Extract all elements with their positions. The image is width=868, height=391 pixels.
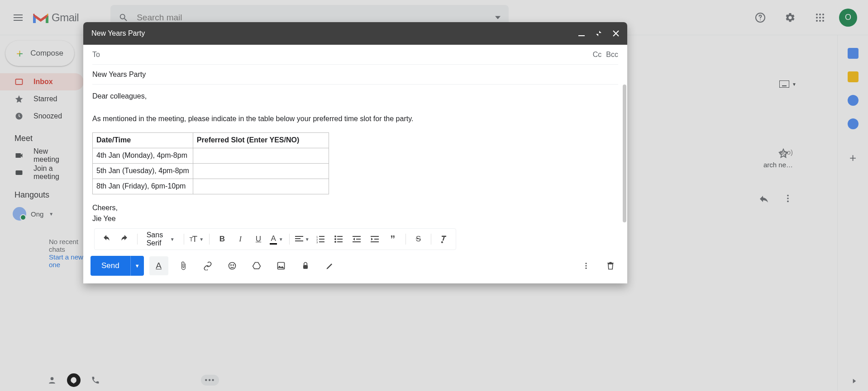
- remove-formatting-button[interactable]: [437, 232, 451, 246]
- caret-down-icon: ▼: [305, 237, 310, 242]
- chat-overflow[interactable]: •••: [201, 375, 219, 386]
- subject-field[interactable]: New Years Party: [92, 65, 618, 85]
- nav-starred[interactable]: Starred: [0, 90, 84, 108]
- hangouts-icon: [70, 377, 77, 384]
- numbered-list-button[interactable]: 123: [313, 232, 328, 246]
- font-size-button[interactable]: TT▼: [189, 232, 204, 246]
- minimize-button[interactable]: [578, 30, 585, 37]
- caret-down-icon: ▼: [199, 237, 204, 242]
- quote-button[interactable]: ”: [386, 232, 400, 246]
- reply-icon[interactable]: [758, 193, 769, 204]
- svg-point-44: [233, 265, 234, 266]
- table-header: Preferred Slot (Enter YES/NO): [193, 133, 329, 148]
- bulleted-list-icon: [334, 235, 343, 243]
- svg-rect-36: [353, 236, 361, 237]
- insert-emoji-button[interactable]: [223, 256, 242, 275]
- start-new-chat-link[interactable]: Start a new one: [49, 253, 84, 269]
- cc-toggle[interactable]: Cc: [593, 51, 602, 59]
- bold-button[interactable]: B: [215, 232, 229, 246]
- insert-photo-button[interactable]: [272, 256, 291, 275]
- tasks-addon[interactable]: [848, 95, 858, 106]
- support-button[interactable]: [749, 7, 771, 28]
- clock-icon: [14, 112, 24, 121]
- side-panel-collapse-icon[interactable]: [850, 377, 859, 386]
- underline-icon: U: [256, 235, 261, 244]
- redo-button[interactable]: [117, 232, 132, 246]
- indent-more-button[interactable]: [367, 232, 382, 246]
- apps-grid-icon: [816, 13, 825, 22]
- fullscreen-exit-button[interactable]: [596, 30, 602, 37]
- compose-window: New Years Party To Cc Bcc New Years Part…: [83, 22, 627, 283]
- align-icon: [295, 235, 303, 243]
- contacts-addon[interactable]: [848, 118, 858, 129]
- hangouts-user[interactable]: Ong ▼: [0, 203, 84, 224]
- hangouts-chats-tab[interactable]: [67, 373, 81, 387]
- to-field-row[interactable]: To Cc Bcc: [92, 45, 618, 65]
- hangouts-contacts-tab[interactable]: [45, 373, 59, 387]
- remove-format-icon: [439, 235, 448, 244]
- formatting-options-toggle[interactable]: A: [149, 256, 168, 275]
- keep-addon[interactable]: [848, 71, 858, 82]
- bcc-toggle[interactable]: Bcc: [606, 51, 618, 59]
- insert-link-button[interactable]: [198, 256, 217, 275]
- nav-inbox[interactable]: Inbox: [0, 73, 84, 90]
- indent-less-icon: [353, 235, 361, 243]
- confidential-mode-button[interactable]: [296, 256, 315, 275]
- get-addons-button[interactable]: +: [849, 151, 856, 165]
- font-family-selector[interactable]: Sans Serif▼: [143, 232, 178, 246]
- nav-join-meeting[interactable]: Join a meeting: [0, 164, 84, 181]
- more-options-button[interactable]: [577, 256, 596, 275]
- insert-signature-button[interactable]: [320, 256, 339, 275]
- indent-less-button[interactable]: [349, 232, 364, 246]
- table-row: 8th Jan (Friday), 6pm-10pm: [93, 179, 329, 194]
- input-tools[interactable]: ▼: [779, 80, 796, 88]
- settings-button[interactable]: [779, 7, 801, 28]
- gmail-logo[interactable]: Gmail: [33, 11, 79, 24]
- main-menu-button[interactable]: [7, 7, 29, 28]
- close-icon: [613, 30, 619, 37]
- compose-titlebar[interactable]: New Years Party: [83, 22, 627, 45]
- nav-snoozed[interactable]: Snoozed: [0, 108, 84, 125]
- trash-icon: [606, 261, 615, 270]
- insert-drive-button[interactable]: [247, 256, 266, 275]
- message-body-editor[interactable]: Dear colleagues, As mentioned in the mee…: [92, 85, 618, 228]
- svg-rect-38: [353, 241, 361, 242]
- help-icon: [755, 12, 766, 23]
- meet-section-title: Meet: [0, 125, 84, 147]
- svg-rect-40: [374, 239, 379, 240]
- phone-tab[interactable]: [89, 373, 102, 387]
- align-button[interactable]: ▼: [295, 232, 310, 246]
- nav-new-meeting[interactable]: New meeting: [0, 147, 84, 164]
- search-input[interactable]: [137, 13, 487, 23]
- italic-button[interactable]: I: [233, 232, 248, 246]
- google-apps-button[interactable]: [809, 7, 831, 28]
- underline-button[interactable]: U: [251, 232, 266, 246]
- undo-button[interactable]: [99, 232, 114, 246]
- search-options-dropdown[interactable]: [495, 15, 501, 20]
- svg-rect-25: [319, 236, 324, 237]
- emoji-icon: [228, 261, 237, 270]
- compose-button[interactable]: + Compose: [5, 41, 74, 66]
- strikethrough-button[interactable]: S: [411, 232, 425, 246]
- gmail-logo-text: Gmail: [52, 11, 79, 24]
- send-button[interactable]: Send: [91, 256, 130, 276]
- editor-scrollbar[interactable]: [623, 85, 626, 222]
- discard-draft-button[interactable]: [601, 256, 620, 275]
- account-avatar[interactable]: O: [839, 9, 857, 27]
- text-color-button[interactable]: A▼: [269, 232, 284, 246]
- calendar-addon[interactable]: [848, 48, 858, 59]
- svg-rect-37: [356, 239, 361, 240]
- star-outline-icon[interactable]: [778, 148, 788, 158]
- timeslot-table[interactable]: Date/Time Preferred Slot (Enter YES/NO) …: [92, 132, 329, 194]
- close-button[interactable]: [613, 30, 619, 37]
- search-icon: [119, 13, 129, 23]
- send-options-dropdown[interactable]: ▼: [130, 256, 144, 276]
- attach-file-button[interactable]: [174, 256, 193, 275]
- more-vert-icon[interactable]: [783, 193, 793, 203]
- svg-rect-23: [295, 240, 303, 241]
- fullscreen-exit-icon: [596, 30, 602, 37]
- gmail-m-icon: [33, 11, 49, 24]
- bulleted-list-button[interactable]: [331, 232, 346, 246]
- text-color-icon: A: [270, 234, 277, 245]
- svg-point-6: [819, 17, 821, 19]
